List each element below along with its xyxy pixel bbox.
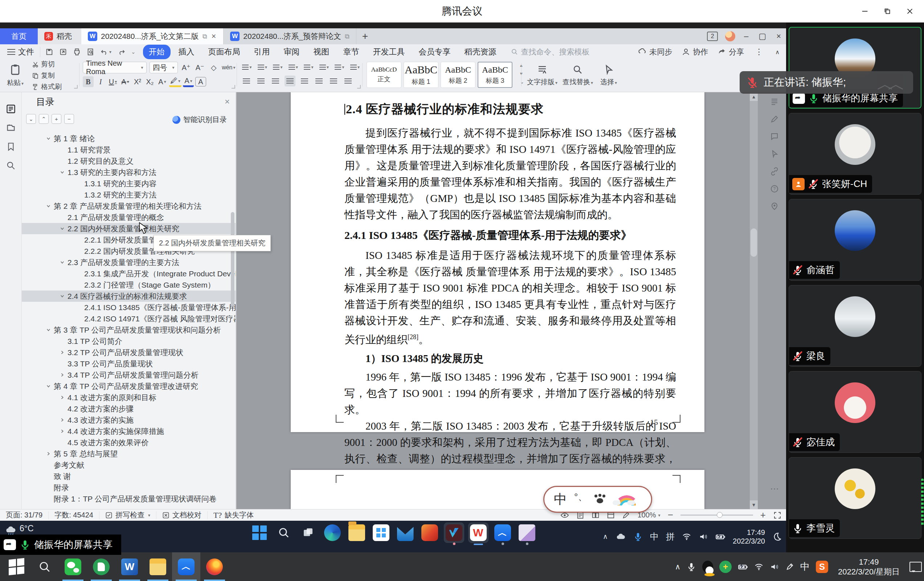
toc-item[interactable]: 第 3 章 TP 公司产品研发质量管理现状和问题分析: [22, 324, 236, 336]
participant-tile[interactable]: 储振华的屏幕共享: [789, 27, 921, 109]
style-card-标题 3[interactable]: AaBbC标题 3: [478, 62, 512, 88]
taskbar-app-journal[interactable]: [517, 523, 537, 543]
missing-font-button[interactable]: T? 缺失字体: [208, 511, 259, 519]
decrease-indent-icon[interactable]: ▾: [272, 62, 284, 73]
toc-arrow-icon[interactable]: [57, 226, 68, 231]
underline-button[interactable]: U▾: [107, 76, 118, 87]
toc-arrow-icon[interactable]: [43, 328, 54, 332]
print-preview-icon[interactable]: [87, 48, 95, 56]
toc-arrow-icon[interactable]: [43, 204, 54, 209]
bookmark-icon[interactable]: [5, 141, 17, 152]
taskbar-app-task-view[interactable]: [298, 523, 318, 543]
fullscreen-icon[interactable]: [773, 511, 782, 520]
clock[interactable]: 17:492022/3/20: [733, 528, 765, 545]
participant-tile[interactable]: 梁良: [789, 285, 921, 367]
screen-share-float-bar[interactable]: 储振华的屏幕共享: [0, 535, 121, 555]
participant-tile[interactable]: 李雪灵: [789, 457, 921, 539]
toc-item[interactable]: 1.1 研究背景: [22, 144, 236, 156]
page-indicator[interactable]: 页面: 31/79: [0, 511, 49, 519]
tray-chevron-icon[interactable]: ∧: [675, 563, 680, 571]
sogou-icon[interactable]: S: [816, 561, 828, 573]
taskbar-app-office[interactable]: [420, 523, 439, 543]
more-tools-icon[interactable]: ⋯: [770, 484, 779, 494]
wps-home-tab[interactable]: 首页: [0, 28, 38, 44]
toc-arrow-icon[interactable]: [57, 260, 68, 265]
location-tool-icon[interactable]: [770, 202, 779, 210]
toc-item[interactable]: 致 谢: [22, 471, 236, 482]
cut-button[interactable]: 剪切: [32, 60, 62, 69]
ime-mode-indicator[interactable]: 中: [650, 531, 659, 543]
toc-item[interactable]: 附录: [22, 482, 236, 493]
print-icon[interactable]: [73, 48, 81, 56]
mic-in-use-icon[interactable]: [633, 532, 643, 541]
show-marks-icon[interactable]: ▾: [333, 62, 345, 73]
tab-close-icon[interactable]: ×: [211, 31, 217, 41]
safe360-icon[interactable]: +: [719, 561, 732, 573]
host-taskbar-app-search[interactable]: [30, 552, 59, 581]
taskbar-app-meetdocs[interactable]: [444, 523, 464, 543]
participant-tile[interactable]: 宓佳成: [789, 371, 921, 453]
superscript-button[interactable]: X²: [132, 76, 143, 87]
help-tool-icon[interactable]: ?: [770, 184, 779, 193]
text-direction-icon[interactable]: ▾: [303, 62, 315, 73]
windows-ink-icon[interactable]: [785, 563, 794, 571]
ime-shape-indicator[interactable]: 拼: [666, 531, 675, 543]
ribbon-tab-开发工具[interactable]: 开发工具: [367, 45, 411, 59]
host-clock[interactable]: 17:492022/3/20/星期日: [834, 557, 903, 577]
align-distribute-icon[interactable]: [299, 76, 310, 86]
ribbon-tab-审阅[interactable]: 审阅: [278, 45, 305, 59]
minimize-button[interactable]: [854, 0, 876, 23]
ime-mode-indicator[interactable]: 中: [554, 491, 567, 508]
toc-item[interactable]: 2.3 产品研发质量管理的主要方法: [22, 257, 236, 268]
increase-font-icon[interactable]: A⁺: [181, 62, 191, 73]
document-page[interactable]: 2.4 医疗器械行业的标准和法规要求 提到医疗器械行业，就不得不提到国际标准 I…: [291, 92, 705, 432]
font-color-button[interactable]: A▾: [183, 76, 194, 87]
shading-icon[interactable]: [328, 76, 339, 86]
toc-close-icon[interactable]: ×: [224, 97, 230, 107]
taskbar-app-store[interactable]: [371, 523, 391, 543]
toc-item[interactable]: 4.1 改进方案的原则和目标: [22, 392, 236, 403]
toc-expand-all-button[interactable]: ⌄: [26, 114, 36, 124]
smart-toc-button[interactable]: 智能识别目录: [172, 115, 227, 124]
toc-panel-icon[interactable]: [5, 103, 17, 115]
more-menu-icon[interactable]: ⋮: [753, 47, 764, 57]
taskbar-app-explorer[interactable]: [347, 523, 366, 543]
toc-item[interactable]: 第 2 章 产品研发质量管理的相关理论和方法: [22, 200, 236, 212]
wps-close-button[interactable]: ×: [775, 31, 782, 41]
toc-arrow-icon[interactable]: [57, 395, 68, 400]
font-size-select[interactable]: 四号▾: [150, 62, 178, 73]
toc-item[interactable]: 4.2 改进方案的步骤: [22, 403, 236, 414]
host-taskbar-app-wechat[interactable]: [59, 552, 87, 581]
battery-icon[interactable]: [738, 562, 748, 572]
line-spacing-icon[interactable]: [314, 76, 325, 86]
scroll-down-icon[interactable]: ▼: [750, 500, 758, 509]
collapse-ribbon-icon[interactable]: ∧: [774, 49, 781, 56]
battery-icon[interactable]: [715, 531, 726, 542]
zoom-slider-thumb[interactable]: [717, 512, 723, 518]
save-icon[interactable]: [45, 48, 53, 56]
mic-in-use-icon[interactable]: [686, 562, 696, 571]
align-left-icon[interactable]: [241, 76, 252, 86]
wps-docer-tab[interactable]: 禾 稻壳: [38, 28, 81, 44]
toc-item[interactable]: 第 4 章 TP 公司产品研发质量管理改进研究: [22, 381, 236, 392]
toc-item[interactable]: 1.3.1 研究的主要内容: [22, 178, 236, 189]
ime-skin-paw-icon[interactable]: [594, 495, 606, 504]
toc-arrow-icon[interactable]: [57, 294, 68, 298]
ribbon-tab-章节[interactable]: 章节: [338, 45, 365, 59]
ime-punctuation-icon[interactable]: °、: [574, 491, 587, 503]
taskbar-app-edge[interactable]: [323, 523, 342, 543]
toc-zoom-in-button[interactable]: +: [51, 114, 61, 124]
italic-button[interactable]: I: [95, 76, 106, 87]
ribbon-tab-开始[interactable]: 开始: [143, 45, 171, 59]
sogou-ime-bar[interactable]: 中 °、: [543, 486, 652, 513]
toc-item[interactable]: 1.2 研究目的及意义: [22, 156, 236, 167]
paste-button[interactable]: 粘贴▾: [3, 63, 27, 89]
toc-item[interactable]: 2.2 国内外研发质量管理相关研究: [22, 223, 236, 234]
spell-check-button[interactable]: 拼写检查▾: [99, 511, 157, 519]
focus-assist-icon[interactable]: [772, 532, 782, 541]
style-more-icon[interactable]: ⌄: [520, 79, 524, 84]
document-scrollbar[interactable]: ▲ ▼: [750, 92, 758, 509]
bold-button[interactable]: B: [83, 76, 94, 87]
select-button[interactable]: 选择▾: [596, 63, 621, 89]
toc-zoom-out-button[interactable]: −: [64, 114, 74, 124]
